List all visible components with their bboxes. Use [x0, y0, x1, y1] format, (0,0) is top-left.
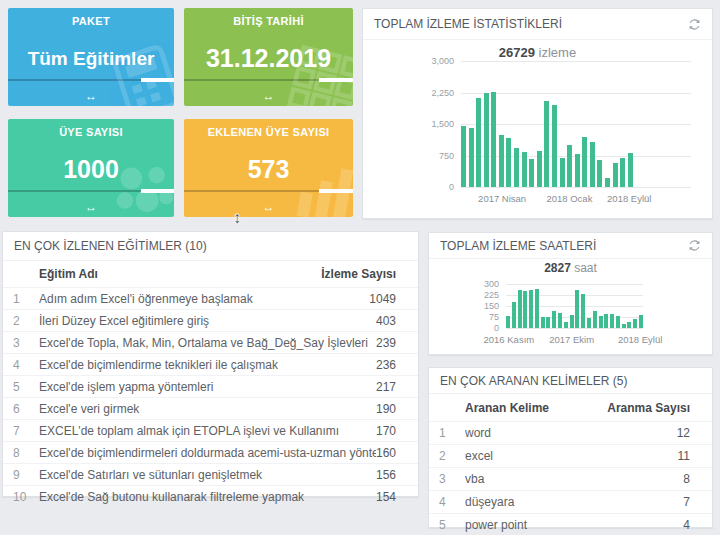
- panel-title: EN ÇOK İZLENEN EĞİTİMLER (10): [14, 239, 207, 253]
- bar: [529, 159, 534, 187]
- x-axis-label: 2017 Ekim: [549, 334, 594, 345]
- bar: [535, 289, 539, 328]
- bar: [461, 126, 466, 187]
- row-title: Excel'de işlem yapma yöntemleri: [39, 380, 376, 394]
- row-count: 170: [376, 424, 408, 438]
- saat-bar-chart: 2827 saat 3002251507502016 Kasım2017 Eki…: [429, 233, 712, 354]
- row-rank: 2: [13, 314, 39, 328]
- bar: [499, 135, 504, 187]
- row-count: 239: [376, 336, 408, 350]
- y-axis-tick: 1,500: [363, 119, 454, 129]
- table-row: 1Adım adım Excel'i öğrenmeye başlamak104…: [3, 287, 418, 309]
- table-row: 5Excel'de işlem yapma yöntemleri217: [3, 375, 418, 397]
- watched-table-body: 1Adım adım Excel'i öğrenmeye başlamak104…: [3, 287, 418, 507]
- gridline: [461, 187, 691, 188]
- table-row: 7EXCEL'de toplam almak için ETOPLA işlev…: [3, 419, 418, 441]
- table-row: 5power point4: [429, 513, 712, 535]
- bar: [613, 163, 618, 187]
- x-axis-label: 2017 Nisan: [478, 193, 526, 204]
- table-row: 2excel11: [429, 444, 712, 467]
- row-rank: 2: [439, 449, 465, 463]
- bar: [537, 151, 542, 187]
- row-count: 12: [677, 426, 702, 440]
- card-progress-bar: [184, 189, 353, 193]
- row-count: 236: [376, 358, 408, 372]
- card-progress-bar: [8, 78, 174, 82]
- row-title: Excel'e veri girmek: [39, 402, 376, 416]
- row-count: 403: [376, 314, 408, 328]
- bar: [541, 317, 545, 328]
- bar: [604, 314, 608, 328]
- row-title: düşeyara: [465, 495, 683, 509]
- bar: [575, 290, 579, 328]
- bar: [518, 290, 522, 328]
- bar: [546, 317, 550, 328]
- y-axis-tick: 75: [429, 312, 499, 322]
- bar: [627, 322, 631, 328]
- more-info-arrow-icon[interactable]: ↔: [8, 89, 174, 103]
- column-izleme-sayisi: İzleme Sayısı: [321, 267, 408, 281]
- column-aranma-sayisi: Aranma Sayısı: [607, 401, 702, 415]
- row-count: 154: [376, 490, 408, 504]
- bar: [564, 322, 568, 328]
- table-row: 3vba8: [429, 467, 712, 490]
- y-axis-tick: 0: [429, 323, 499, 333]
- card-title: EKLENEN ÜYE SAYISI: [184, 126, 353, 138]
- bar: [633, 319, 637, 328]
- bar: [639, 315, 643, 328]
- y-axis-tick: 300: [429, 279, 499, 289]
- bar: [560, 158, 565, 187]
- row-count: 190: [376, 402, 408, 416]
- card-value: Tüm Eğitimler: [8, 48, 174, 70]
- row-rank: 8: [13, 446, 39, 460]
- row-rank: 6: [13, 402, 39, 416]
- more-info-arrow-icon[interactable]: ↔: [8, 200, 174, 214]
- panel-title: EN ÇOK ARANAN KELİMELER (5): [440, 374, 627, 388]
- row-rank: 5: [439, 518, 465, 532]
- row-rank: 9: [13, 468, 39, 482]
- card-eklenen-uye-sayisi: EKLENEN ÜYE SAYISI 573 ↔: [184, 119, 353, 217]
- table-row: 4düşeyara7: [429, 490, 712, 513]
- dashboard-page: PAKET Tüm Eğitimler ↔ BİTİŞ TARİHİ 31.12…: [0, 0, 720, 535]
- card-value: 31.12.2019: [184, 44, 353, 73]
- row-title: power point: [465, 518, 683, 532]
- bar: [544, 101, 549, 187]
- izleme-bar-chart: 26729 izleme 3,0002,2501,50075002017 Nis…: [363, 9, 712, 218]
- bar: [616, 316, 620, 328]
- row-count: 4: [683, 518, 702, 532]
- searched-table-body: 1word122excel113vba84düşeyara75power poi…: [429, 421, 712, 535]
- bar: [512, 302, 516, 328]
- table-row: 6Excel'e veri girmek190: [3, 397, 418, 419]
- row-rank: 3: [439, 472, 465, 486]
- bar: [582, 137, 587, 187]
- bar: [523, 291, 527, 328]
- row-count: 11: [678, 449, 702, 463]
- row-title: Excel'de Satırları ve sütunları genişlet…: [39, 468, 376, 482]
- row-count: 7: [683, 495, 702, 509]
- x-axis-label: 2016 Kasım: [483, 334, 534, 345]
- table-column-headers: Aranan Kelime Aranma Sayısı: [429, 394, 712, 421]
- bar: [514, 148, 519, 187]
- bar: [610, 314, 614, 328]
- panel-toplam-izleme-saatleri: TOPLAM İZLEME SAATLERİ 2827 saat 3002251…: [428, 232, 713, 355]
- bar: [605, 178, 610, 187]
- row-title: Excel'de Sağ butonu kullanarak filtrelem…: [39, 490, 376, 504]
- row-title: vba: [465, 472, 683, 486]
- bar: [590, 142, 595, 187]
- more-info-arrow-icon[interactable]: ↔: [184, 89, 353, 103]
- bar-series: [506, 284, 643, 328]
- kpi-cards: PAKET Tüm Eğitimler ↔ BİTİŞ TARİHİ 31.12…: [8, 8, 353, 217]
- x-axis-label: 2018 Ocak: [546, 193, 592, 204]
- row-rank: 1: [13, 292, 39, 306]
- row-title: İleri Düzey Excel eğitimlere giriş: [39, 314, 376, 328]
- row-rank: 7: [13, 424, 39, 438]
- bar: [484, 93, 489, 187]
- bar: [581, 294, 585, 328]
- more-info-arrow-icon[interactable]: ↔: [184, 200, 353, 214]
- bar: [558, 313, 562, 328]
- bar: [476, 98, 481, 187]
- bar: [622, 324, 626, 328]
- row-title: Excel'de biçimlendirme teknikleri ile ça…: [39, 358, 376, 372]
- chart-total: 2827 saat: [429, 261, 712, 275]
- card-bitis-tarihi: BİTİŞ TARİHİ 31.12.2019 ↔: [184, 8, 353, 106]
